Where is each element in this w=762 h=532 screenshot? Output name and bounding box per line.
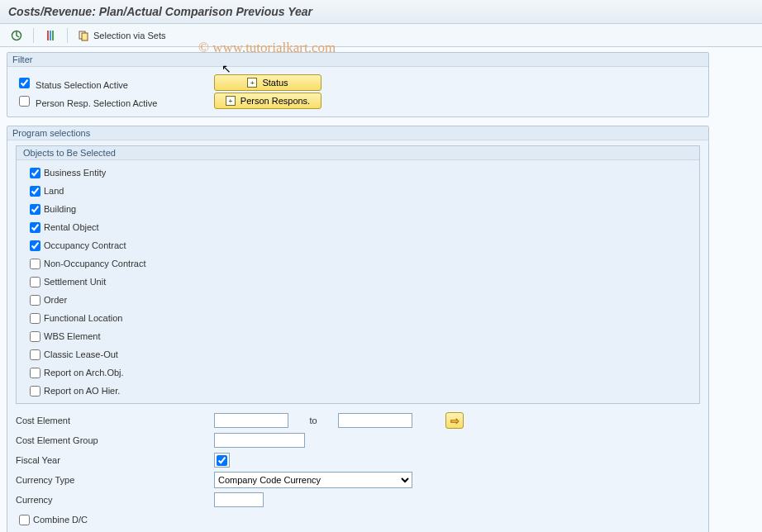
object-row: Classic Lease-Out: [26, 345, 689, 363]
toolbar: Selection via Sets: [0, 24, 762, 47]
object-label: Building: [44, 204, 76, 214]
object-row: Rental Object: [26, 218, 689, 236]
variant-button[interactable]: [39, 26, 62, 45]
status-active-label: Status Selection Active: [36, 80, 128, 90]
svg-rect-1: [47, 31, 49, 40]
currency-type-select[interactable]: Company Code Currency: [214, 472, 412, 488]
object-checkbox[interactable]: [30, 240, 40, 251]
object-row: Business Entity: [26, 164, 689, 182]
object-row: Occupancy Contract: [26, 236, 689, 254]
object-row: WBS Element: [26, 327, 689, 345]
fiscal-year-checkbox[interactable]: [217, 455, 227, 466]
currency-label: Currency: [16, 495, 214, 505]
object-label: Land: [44, 186, 64, 196]
object-row: Settlement Unit: [26, 273, 689, 291]
object-label: Order: [44, 295, 67, 305]
object-checkbox[interactable]: [30, 349, 40, 360]
expand-icon: +: [247, 78, 257, 88]
object-label: Rental Object: [44, 222, 99, 232]
filter-group-title: Filter: [7, 53, 708, 67]
object-row: Non-Occupancy Contract: [26, 254, 689, 273]
toolbar-separator: [33, 28, 34, 43]
object-checkbox[interactable]: [30, 386, 40, 397]
program-group: Program selections Objects to Be Selecte…: [7, 126, 709, 532]
cost-element-from-input[interactable]: [214, 413, 288, 428]
object-row: Functional Location: [26, 309, 689, 327]
currency-type-label: Currency Type: [16, 475, 214, 485]
object-checkbox[interactable]: [30, 331, 40, 342]
multiple-selection-button[interactable]: ⇨: [445, 412, 464, 429]
object-checkbox[interactable]: [30, 313, 40, 324]
fiscal-year-label: Fiscal Year: [16, 455, 214, 465]
object-label: Report on Arch.Obj.: [44, 368, 124, 378]
person-button-label: Person Respons.: [241, 96, 310, 106]
svg-rect-2: [50, 31, 51, 40]
svg-rect-5: [82, 33, 88, 40]
object-checkbox[interactable]: [30, 368, 40, 378]
object-label: Classic Lease-Out: [44, 349, 118, 359]
status-button-label: Status: [262, 78, 288, 88]
object-label: Settlement Unit: [44, 277, 106, 287]
cost-element-group-input[interactable]: [214, 433, 305, 448]
filter-group: Filter Status Selection Active + Status …: [7, 52, 709, 117]
person-active-checkbox[interactable]: [19, 96, 30, 107]
toolbar-separator: [67, 28, 68, 43]
object-row: Order: [26, 291, 689, 309]
person-button[interactable]: + Person Respons.: [214, 93, 321, 109]
object-label: Occupancy Contract: [44, 240, 126, 250]
to-label: to: [288, 416, 338, 425]
arrow-right-icon: ⇨: [450, 415, 460, 427]
selection-via-sets-button[interactable]: Selection via Sets: [73, 26, 171, 45]
object-checkbox[interactable]: [30, 186, 40, 197]
svg-rect-3: [52, 31, 54, 40]
object-label: Non-Occupancy Contract: [44, 259, 146, 268]
page-title: Costs/Revenue: Plan/Actual Comparison Pr…: [0, 0, 762, 24]
cost-element-label: Cost Element: [16, 416, 214, 425]
object-checkbox[interactable]: [30, 295, 40, 306]
status-active-checkbox[interactable]: [19, 78, 30, 88]
program-group-title: Program selections: [7, 126, 708, 140]
object-row: Report on AO Hier.: [26, 382, 689, 400]
object-checkbox[interactable]: [30, 168, 40, 178]
selection-via-sets-label: Selection via Sets: [93, 31, 165, 40]
object-row: Report on Arch.Obj.: [26, 363, 689, 382]
object-checkbox[interactable]: [30, 204, 40, 215]
objects-box: Objects to Be Selected Business EntityLa…: [16, 145, 700, 404]
combine-dc-label: Combine D/C: [33, 515, 88, 525]
sets-icon: [79, 30, 90, 41]
status-button[interactable]: + Status: [214, 74, 321, 91]
cost-element-group-label: Cost Element Group: [16, 435, 214, 445]
object-label: Functional Location: [44, 313, 122, 323]
object-label: Report on AO Hier.: [44, 386, 120, 396]
object-row: Building: [26, 200, 689, 218]
variant-icon: [45, 30, 56, 41]
object-label: Business Entity: [44, 168, 106, 178]
execute-icon: [11, 30, 22, 41]
cost-element-to-input[interactable]: [338, 413, 412, 428]
currency-input[interactable]: [214, 492, 264, 507]
person-active-label: Person Resp. Selection Active: [36, 98, 157, 108]
object-checkbox[interactable]: [30, 277, 40, 287]
expand-icon: +: [226, 96, 236, 106]
objects-title: Objects to Be Selected: [17, 146, 699, 160]
object-checkbox[interactable]: [30, 222, 40, 233]
object-row: Land: [26, 182, 689, 200]
combine-dc-checkbox[interactable]: [19, 515, 30, 525]
execute-button[interactable]: [5, 26, 28, 45]
object-label: WBS Element: [44, 331, 100, 341]
object-checkbox[interactable]: [30, 259, 40, 269]
